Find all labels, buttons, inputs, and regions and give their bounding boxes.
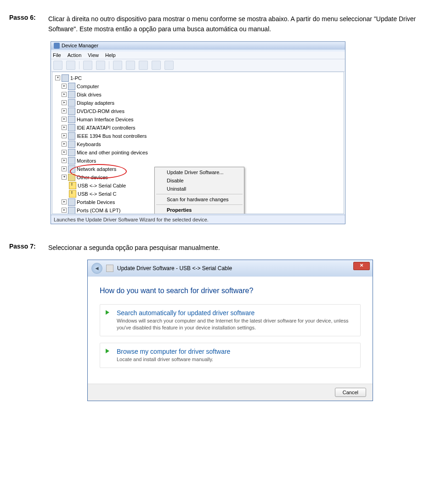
arrow-icon: [106, 310, 109, 315]
expand-icon[interactable]: ▸: [62, 199, 67, 204]
option-desc: Locate and install driver software manua…: [117, 356, 354, 363]
computer-icon: [62, 74, 69, 82]
toolbar-button[interactable]: [113, 61, 122, 70]
expand-icon[interactable]: ▸: [62, 166, 67, 171]
device-icon: [68, 124, 75, 131]
expand-icon[interactable]: ▸: [62, 92, 67, 97]
device-icon: [68, 91, 75, 98]
update-driver-dialog: ◄ Update Driver Software - USB <-> Seria…: [87, 260, 373, 401]
dialog-question: How do you want to search for driver sof…: [100, 287, 361, 295]
device-icon: [68, 116, 75, 123]
device-icon: [68, 198, 75, 206]
menu-file[interactable]: File: [53, 52, 61, 58]
menu-bar: File Action View Help: [51, 51, 345, 59]
step-6-text: Clicar à direita no outro dispositivo pa…: [48, 14, 432, 34]
expand-icon[interactable]: ▸: [62, 117, 67, 122]
expand-icon[interactable]: ▸: [62, 108, 67, 113]
dialog-header: ◄ Update Driver Software - USB <-> Seria…: [88, 260, 373, 277]
expand-icon[interactable]: ▸: [62, 84, 67, 89]
tree-root[interactable]: ▾1-PC: [53, 74, 343, 82]
step-6-label: Passo 6:: [9, 14, 48, 34]
device-manager-window: Device Manager File Action View Help ▾1-…: [51, 41, 345, 224]
tree-node[interactable]: ▸Computer: [53, 82, 343, 91]
step-7: Passo 7: Seleccionar a segunda opção par…: [9, 243, 432, 253]
ctx-disable[interactable]: Disable: [156, 176, 243, 185]
device-icon: [68, 207, 75, 214]
menu-help[interactable]: Help: [105, 52, 116, 58]
collapse-icon[interactable]: ▾: [62, 175, 67, 180]
status-bar: Launches the Update Driver Software Wiza…: [51, 215, 345, 224]
device-icon: [68, 157, 75, 164]
device-icon: [68, 99, 75, 107]
context-menu: Update Driver Software... Disable Uninst…: [154, 167, 244, 214]
tree-node[interactable]: ▸Human Interface Devices: [53, 115, 343, 124]
window-titlebar: Device Manager: [51, 42, 345, 50]
expand-icon[interactable]: ▸: [62, 150, 67, 155]
dialog-title: Update Driver Software - USB <-> Serial …: [117, 265, 232, 272]
ctx-uninstall[interactable]: Uninstall: [156, 185, 243, 193]
nav-forward-icon[interactable]: [66, 61, 75, 70]
toolbar: [51, 59, 345, 72]
tree-node[interactable]: ▸Disk drives: [53, 91, 343, 99]
device-icon: [68, 108, 75, 115]
toolbar-button[interactable]: [126, 61, 135, 70]
option-browse-manual[interactable]: Browse my computer for driver software L…: [100, 343, 361, 368]
window-title: Device Manager: [62, 43, 98, 48]
toolbar-button[interactable]: [152, 61, 161, 70]
expand-icon[interactable]: ▸: [62, 158, 67, 163]
device-icon: [68, 83, 75, 90]
ctx-properties[interactable]: Properties: [156, 206, 243, 214]
toolbar-sep: [109, 61, 109, 69]
toolbar-button[interactable]: [164, 61, 174, 70]
menu-separator: [156, 204, 243, 205]
option-desc: Windows will search your computer and th…: [117, 317, 354, 331]
device-icon: [68, 165, 75, 173]
ctx-scan[interactable]: Scan for hardware changes: [156, 195, 243, 204]
option-search-auto[interactable]: Search automatically for updated driver …: [100, 304, 361, 336]
tree-node[interactable]: ▸Display adapters: [53, 99, 343, 107]
toolbar-button[interactable]: [139, 61, 148, 70]
toolbar-button[interactable]: [83, 61, 92, 70]
app-icon: [54, 43, 60, 49]
tree-node[interactable]: ▸IEEE 1394 Bus host controllers: [53, 132, 343, 140]
device-icon: [68, 149, 75, 156]
close-button[interactable]: ✕: [353, 262, 370, 270]
expand-icon[interactable]: ▸: [62, 142, 67, 147]
tree-node[interactable]: ▸IDE ATA/ATAPI controllers: [53, 124, 343, 132]
tree-node[interactable]: ▸Keyboards: [53, 140, 343, 148]
chip-icon: [106, 265, 113, 272]
cancel-button[interactable]: Cancel: [335, 388, 366, 397]
back-button[interactable]: ◄: [91, 263, 102, 274]
arrow-icon: [106, 349, 109, 353]
step-6: Passo 6: Clicar à direita no outro dispo…: [9, 14, 432, 34]
expand-icon[interactable]: ▸: [62, 100, 67, 105]
expand-icon[interactable]: ▸: [62, 208, 67, 213]
device-tree[interactable]: ▾1-PC ▸Computer ▸Disk drives ▸Display ad…: [52, 72, 344, 214]
device-icon: [68, 141, 75, 148]
warning-device-icon: [69, 182, 76, 189]
collapse-icon[interactable]: ▾: [55, 75, 60, 80]
device-icon: [68, 132, 75, 140]
expand-icon[interactable]: ▸: [62, 125, 67, 130]
option-title: Search automatically for updated driver …: [117, 309, 354, 317]
menu-separator: [156, 194, 243, 194]
ctx-update-driver[interactable]: Update Driver Software...: [156, 168, 243, 176]
dialog-body: How do you want to search for driver sof…: [88, 277, 373, 384]
tree-node[interactable]: ▸DVD/CD-ROM drives: [53, 107, 343, 115]
toolbar-button[interactable]: [96, 61, 105, 70]
dialog-footer: Cancel: [88, 384, 373, 401]
tree-node[interactable]: ▸Monitors: [53, 157, 343, 165]
step-7-text: Seleccionar a segunda opção para pesquis…: [48, 243, 220, 253]
toolbar-sep: [79, 61, 79, 69]
menu-action[interactable]: Action: [68, 52, 82, 58]
device-icon: [68, 174, 75, 181]
option-title: Browse my computer for driver software: [117, 348, 354, 355]
step-7-label: Passo 7:: [9, 243, 48, 253]
tree-node[interactable]: ▸Mice and other pointing devices: [53, 148, 343, 157]
menu-view[interactable]: View: [88, 52, 99, 58]
nav-back-icon[interactable]: [53, 61, 62, 70]
warning-device-icon: [69, 190, 76, 198]
expand-icon[interactable]: ▸: [62, 133, 67, 138]
